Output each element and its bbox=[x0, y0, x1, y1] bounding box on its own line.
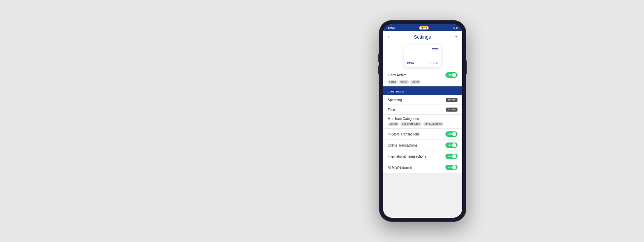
side-button-right bbox=[466, 61, 467, 74]
atm-withdrawal-item: ATM Withdrawal ON bbox=[383, 162, 462, 173]
device-tags-row: PHONE WATCH LAPTOP bbox=[383, 79, 462, 86]
merchant-categories-label: Merchant Categories bbox=[388, 117, 458, 121]
menu-icon[interactable]: ≡ bbox=[455, 35, 458, 39]
phone-wrapper: 12:30 FDNB ▾◂ ▮ ‹ Settings ≡ bbox=[379, 20, 466, 222]
time-setup-button[interactable]: SET UP bbox=[446, 108, 458, 112]
controls-section-header: CONTROLS bbox=[383, 86, 462, 95]
credit-card[interactable]: VISA ···· 2499 bbox=[404, 45, 441, 67]
online-transactions-label: Online Transactions bbox=[388, 144, 417, 147]
card-active-toggle[interactable]: ON bbox=[445, 72, 458, 78]
international-toggle-label: ON bbox=[448, 155, 451, 157]
card-section: VISA ···· 2499 bbox=[383, 42, 462, 70]
merchant-tag-gas[interactable]: GAS & PETROLEUM bbox=[400, 122, 422, 126]
time-label: Time bbox=[388, 108, 395, 112]
international-toggle-knob bbox=[452, 154, 456, 158]
controls-label: CONTROLS bbox=[388, 90, 404, 93]
side-button-left-bottom bbox=[378, 66, 379, 74]
status-icons: ▾◂ ▮ bbox=[452, 27, 458, 30]
in-store-toggle-knob bbox=[452, 132, 456, 136]
status-bar: 12:30 FDNB ▾◂ ▮ bbox=[383, 24, 462, 31]
side-button-left-top bbox=[378, 54, 379, 62]
fdnb-logo-text: FDNB bbox=[419, 26, 429, 30]
back-button[interactable]: ‹ bbox=[388, 34, 389, 40]
spending-label: Spending bbox=[388, 98, 402, 102]
merchant-categories-item: Merchant Categories AIRFARE GAS & PETROL… bbox=[383, 115, 462, 129]
card-bottom: VISA ···· 2499 bbox=[407, 62, 438, 65]
card-active-row: Card Active ON bbox=[383, 70, 462, 79]
page-title: Settings bbox=[414, 34, 431, 40]
international-toggle[interactable]: ON bbox=[445, 154, 458, 159]
spending-item: Spending SET UP bbox=[383, 95, 462, 105]
card-number: ···· 2499 bbox=[430, 62, 438, 64]
international-transactions-label: International Transactions bbox=[388, 155, 426, 158]
in-store-toggle[interactable]: ON bbox=[445, 131, 458, 137]
merchant-tag-airfare[interactable]: AIRFARE bbox=[388, 122, 399, 126]
merchant-tags-row: AIRFARE GAS & PETROLEUM HOTEL & LODGING bbox=[388, 122, 458, 126]
wifi-icon: ▾◂ bbox=[452, 27, 455, 30]
visa-logo: VISA bbox=[407, 62, 414, 65]
status-logo: FDNB bbox=[419, 26, 429, 30]
spending-setup-button[interactable]: SET UP bbox=[446, 98, 458, 102]
online-toggle-label: ON bbox=[448, 144, 451, 146]
card-stripe bbox=[432, 48, 438, 50]
atm-toggle-knob bbox=[452, 165, 456, 169]
card-active-toggle-label: ON bbox=[448, 74, 451, 76]
international-transactions-item: International Transactions ON bbox=[383, 151, 462, 162]
stripe-yellow bbox=[432, 50, 438, 51]
atm-toggle[interactable]: ON bbox=[445, 165, 458, 170]
in-store-toggle-label: ON bbox=[448, 133, 451, 135]
atm-withdrawal-label: ATM Withdrawal bbox=[388, 166, 412, 169]
stripe-blue bbox=[432, 48, 438, 49]
tag-watch[interactable]: WATCH bbox=[399, 80, 409, 84]
phone-screen: 12:30 FDNB ▾◂ ▮ ‹ Settings ≡ bbox=[383, 24, 462, 218]
settings-list: Spending SET UP Time SET UP Merchant Cat… bbox=[383, 95, 462, 218]
online-toggle[interactable]: ON bbox=[445, 143, 458, 148]
tag-laptop[interactable]: LAPTOP bbox=[410, 80, 421, 84]
merchant-tag-hotel[interactable]: HOTEL & LODGING bbox=[423, 122, 443, 126]
card-active-label: Card Active bbox=[388, 73, 407, 77]
in-store-transactions-label: In-Store Transactions bbox=[388, 132, 420, 136]
atm-toggle-label: ON bbox=[448, 166, 451, 168]
time-item: Time SET UP bbox=[383, 105, 462, 115]
phone-shell: 12:30 FDNB ▾◂ ▮ ‹ Settings ≡ bbox=[379, 20, 466, 222]
toggle-knob bbox=[452, 73, 456, 77]
status-time: 12:30 bbox=[388, 26, 395, 30]
battery-icon: ▮ bbox=[456, 27, 458, 30]
tag-phone[interactable]: PHONE bbox=[388, 80, 397, 84]
online-toggle-knob bbox=[452, 143, 456, 147]
in-store-transactions-item: In-Store Transactions ON bbox=[383, 129, 462, 140]
online-transactions-item: Online Transactions ON bbox=[383, 140, 462, 151]
app-header: ‹ Settings ≡ bbox=[383, 31, 462, 42]
